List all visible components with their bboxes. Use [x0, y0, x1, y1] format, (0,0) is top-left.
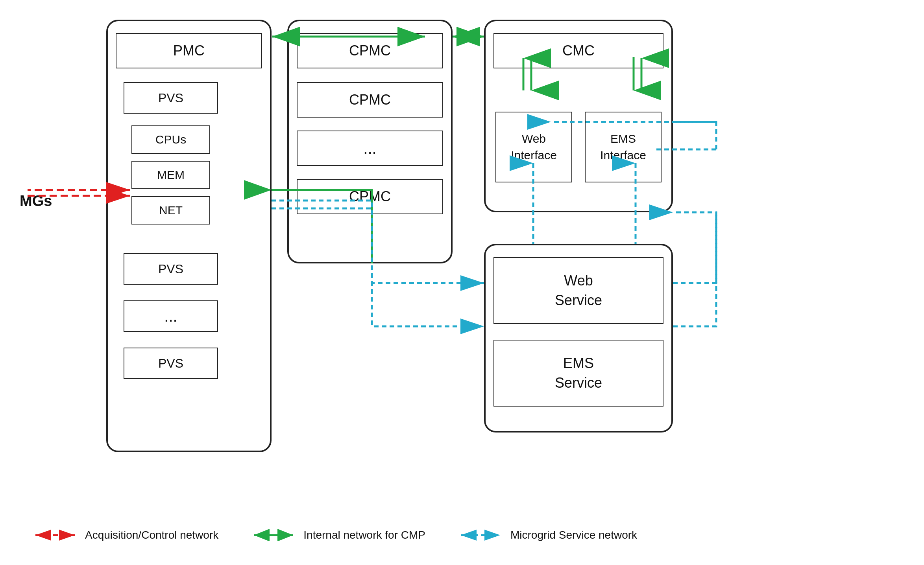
legend-acquisition: Acquisition/Control network: [31, 529, 218, 541]
legend: Acquisition/Control network Internal net…: [31, 529, 637, 541]
legend-microgrid-label: Microgrid Service network: [510, 529, 637, 541]
legend-microgrid: Microgrid Service network: [457, 529, 637, 541]
legend-red-arrow: [31, 529, 79, 541]
web-interface-box: Web Interface: [495, 112, 572, 182]
cpus-box: CPUs: [131, 125, 210, 154]
cyan-webservice-right-arrow: [673, 212, 716, 283]
cpmc1-box: CPMC: [297, 33, 443, 68]
cpmc-dots-box: ...: [297, 131, 443, 166]
cmc-container: CMC Web Interface EMS Interface: [484, 20, 673, 212]
cpmc2-box: CPMC: [297, 82, 443, 118]
mem-box: MEM: [131, 161, 210, 189]
service-container: Web Service EMS Service: [484, 244, 673, 432]
legend-acquisition-label: Acquisition/Control network: [85, 529, 218, 541]
pmc-box: PMC: [116, 33, 262, 68]
mgs-label: MGs: [20, 193, 52, 210]
pmc-container: PMC PVS CPUs MEM NET PVS ... PVS: [106, 20, 272, 452]
cyan-up-to-cmc-area: [673, 122, 716, 149]
diagram: MGs PMC PVS CPUs MEM NET PVS ...: [0, 0, 924, 565]
ems-interface-box: EMS Interface: [585, 112, 662, 182]
pvs1-box: PVS: [124, 82, 218, 114]
dots1-box: ...: [124, 300, 218, 332]
legend-internal-label: Internal network for CMP: [303, 529, 425, 541]
legend-green-arrow: [250, 529, 297, 541]
cyan-emsservice-right-path: [673, 212, 716, 326]
cmc-box: CMC: [493, 33, 663, 68]
net-box: NET: [131, 196, 210, 225]
legend-cyan-arrow: [457, 529, 504, 541]
legend-internal: Internal network for CMP: [250, 529, 425, 541]
web-service-box: Web Service: [493, 257, 663, 324]
cpmc3-box: CPMC: [297, 179, 443, 214]
cpmc-container: CPMC CPMC ... CPMC: [287, 20, 453, 263]
pvs2-box: PVS: [124, 253, 218, 285]
pvs3-box: PVS: [124, 348, 218, 379]
ems-service-box: EMS Service: [493, 340, 663, 407]
